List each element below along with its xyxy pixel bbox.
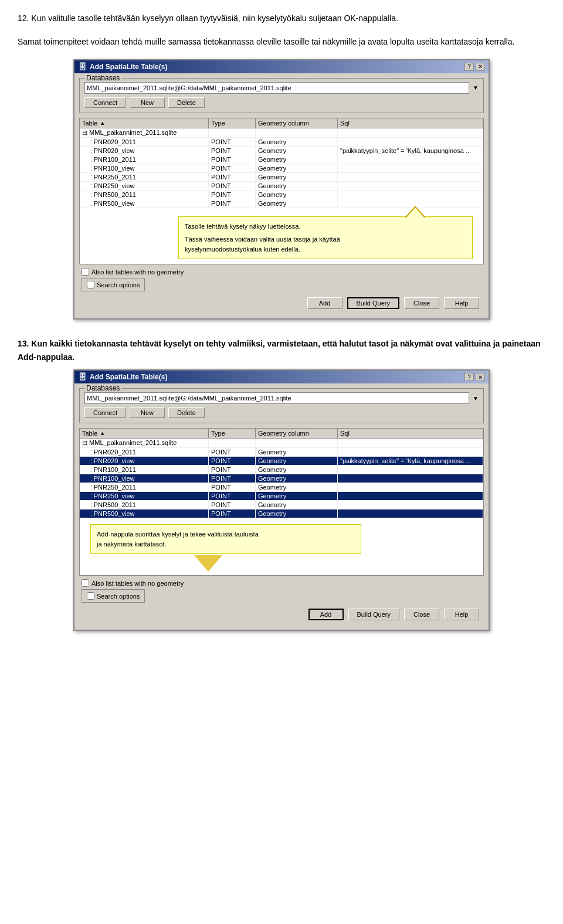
callout-arrow-down-2 — [84, 555, 479, 572]
sort-arrow-2: ▲ — [100, 430, 105, 436]
spatialite-icon-2: 🗄 — [78, 372, 86, 382]
db-dropdown-arrow-1: ▼ — [473, 84, 479, 91]
search-options-label-2: Search options — [97, 593, 140, 600]
sort-arrow-1: ▲ — [100, 120, 105, 126]
close-button-1[interactable]: Close — [404, 297, 439, 309]
table-row-root-2[interactable]: ⊟ MML_paikannimet_2011.sqlite — [80, 439, 483, 448]
databases-label-1: Databases — [84, 74, 121, 82]
callout-line2-2: ja näkymistä karttatasot. — [97, 539, 355, 549]
add-button-1[interactable]: Add — [307, 297, 342, 309]
new-button-1[interactable]: New — [130, 97, 165, 108]
no-geometry-row-1: Also list tables with no geometry — [82, 268, 484, 276]
col-sql-1: Sql — [338, 118, 483, 128]
dialog-2-help-btn[interactable]: ? — [464, 373, 474, 381]
db-row-2: ▼ — [84, 392, 479, 404]
search-options-group-1: Search options — [82, 278, 145, 291]
table-row-d2-6[interactable]: ⁚ PNR250_view POINT Geometry — [80, 492, 483, 501]
intro-paragraph-2: Samat toimenpiteet voidaan tehdä muille … — [18, 35, 545, 48]
callout-area-1: Tasolle tehtävä kysely näkyy luettelossa… — [80, 208, 483, 264]
databases-group-2: Databases ▼ Connect New Delete — [79, 388, 484, 423]
db-dropdown-arrow-2: ▼ — [473, 395, 479, 402]
search-options-checkbox-1[interactable] — [87, 281, 94, 288]
table-row-3[interactable]: ⁚ PNR100_2011 POINT Geometry — [80, 155, 483, 164]
table-body-1: ⊟ MML_paikannimet_2011.sqlite ⁚ PNR020_2… — [80, 128, 483, 264]
dialog-1-close-btn[interactable]: ✕ — [476, 63, 485, 71]
dialog-2-content: Databases ▼ Connect New Delete Table ▲ T… — [74, 383, 489, 630]
connect-button-1[interactable]: Connect — [84, 97, 126, 108]
table-row-d2-7[interactable]: ⁚ PNR500_2011 POINT Geometry — [80, 501, 483, 509]
no-geometry-row-2: Also list tables with no geometry — [82, 579, 484, 587]
section-13-title: 13. Kun kaikki tietokannasta tehtävät ky… — [18, 337, 545, 364]
callout-line1-1: Tasolle tehtävä kysely näkyy luettelossa… — [185, 222, 466, 232]
col-geometry-1: Geometry column — [256, 118, 338, 128]
col-type-2: Type — [209, 429, 256, 438]
callout-box-2: Add-nappula suorittaa kyselyt ja tekee v… — [90, 524, 361, 554]
no-geometry-label-2: Also list tables with no geometry — [91, 580, 184, 587]
help-button-1[interactable]: Help — [444, 297, 479, 309]
col-table-1: Table ▲ — [80, 118, 209, 128]
db-row-1: ▼ — [84, 82, 479, 94]
dialog-2-close-btn[interactable]: ✕ — [476, 373, 485, 381]
build-query-button-1[interactable]: Build Query — [347, 297, 399, 309]
col-type-1: Type — [209, 118, 256, 128]
dialog-1-footer: Add Build Query Close Help — [79, 295, 484, 314]
callout-line1-2: Add-nappula suorittaa kyselyt ja tekee v… — [97, 529, 355, 539]
table-row-4[interactable]: ⁚ PNR100_view POINT Geometry — [80, 164, 483, 173]
no-geometry-checkbox-2[interactable] — [82, 579, 89, 587]
connect-button-2[interactable]: Connect — [84, 407, 126, 418]
table-row-d2-8[interactable]: ⁚ PNR500_view POINT Geometry — [80, 509, 483, 518]
table-row-7[interactable]: ⁚ PNR500_2011 POINT Geometry — [80, 191, 483, 199]
table-row-2[interactable]: ⁚ PNR020_view POINT Geometry "paikkatyyp… — [80, 147, 483, 155]
dialog-2: 🗄 Add SpatiaLite Table(s) ? ✕ Databases … — [73, 369, 490, 631]
dialog-1: 🗄 Add SpatiaLite Table(s) ? ✕ Databases … — [73, 59, 490, 320]
table-row-1[interactable]: ⁚ PNR020_2011 POINT Geometry — [80, 138, 483, 147]
dialog-2-controls: ? ✕ — [464, 373, 485, 381]
dialog-2-footer: Add Build Query Close Help — [79, 606, 484, 625]
intro-paragraph-1: 12. Kun valitulle tasolle tehtävään kyse… — [18, 12, 545, 25]
new-button-2[interactable]: New — [130, 407, 165, 418]
table-row-d2-1[interactable]: ⁚ PNR020_2011 POINT Geometry — [80, 448, 483, 457]
db-dropdown-1[interactable] — [84, 82, 469, 94]
search-options-row-2: Search options — [82, 589, 484, 603]
callout-arrow-up-inner-1 — [406, 208, 425, 218]
close-button-2[interactable]: Close — [404, 609, 439, 620]
search-options-group-2: Search options — [82, 589, 145, 603]
dialog-2-titlebar: 🗄 Add SpatiaLite Table(s) ? ✕ — [74, 371, 489, 383]
build-query-button-2[interactable]: Build Query — [348, 609, 399, 620]
no-geometry-label-1: Also list tables with no geometry — [91, 269, 184, 276]
add-button-2[interactable]: Add — [308, 609, 344, 620]
table-row-d2-5[interactable]: ⁚ PNR250_2011 POINT Geometry — [80, 483, 483, 492]
table-row-d2-4[interactable]: ⁚ PNR100_view POINT Geometry — [80, 474, 483, 483]
dialog-1-title: 🗄 Add SpatiaLite Table(s) — [78, 62, 167, 72]
options-row-1: Also list tables with no geometry Search… — [79, 268, 484, 291]
col-table-2: Table ▲ — [80, 429, 209, 438]
table-row-d2-3[interactable]: ⁚ PNR100_2011 POINT Geometry — [80, 466, 483, 474]
delete-button-2[interactable]: Delete — [168, 407, 205, 418]
table-row-d2-2[interactable]: ⁚ PNR020_view POINT Geometry "paikkatyyp… — [80, 457, 483, 466]
db-buttons-2: Connect New Delete — [84, 407, 479, 418]
no-geometry-checkbox-1[interactable] — [82, 268, 89, 276]
table-header-2: Table ▲ Type Geometry column Sql — [80, 429, 483, 439]
databases-label-2: Databases — [84, 384, 121, 392]
tree-root-2: ⊟ MML_paikannimet_2011.sqlite — [80, 439, 209, 447]
col-geometry-2: Geometry column — [256, 429, 338, 438]
help-button-2[interactable]: Help — [444, 609, 479, 620]
table-row-5[interactable]: ⁚ PNR250_2011 POINT Geometry — [80, 173, 483, 182]
search-options-row-1: Search options — [82, 278, 484, 291]
callout-box-1: Tasolle tehtävä kysely näkyy luettelossa… — [178, 216, 473, 260]
search-options-label-1: Search options — [97, 281, 140, 288]
callout-area-2: Add-nappula suorittaa kyselyt ja tekee v… — [80, 518, 483, 575]
dialog-1-titlebar: 🗄 Add SpatiaLite Table(s) ? ✕ — [74, 60, 489, 73]
search-options-checkbox-2[interactable] — [87, 592, 94, 600]
dialog-1-help-btn[interactable]: ? — [464, 63, 474, 71]
col-sql-2: Sql — [338, 429, 483, 438]
db-dropdown-2[interactable] — [84, 392, 469, 404]
triangle-down-2 — [194, 555, 222, 572]
table-row-6[interactable]: ⁚ PNR250_view POINT Geometry — [80, 182, 483, 191]
spatialite-icon-1: 🗄 — [78, 62, 86, 72]
table-row-root-1[interactable]: ⊟ MML_paikannimet_2011.sqlite — [80, 128, 483, 138]
callout-line2-1: Tässä vaiheessa voidaan valita uusia tas… — [185, 235, 466, 244]
dialog-1-controls: ? ✕ — [464, 63, 485, 71]
dialog-1-content: Databases ▼ Connect New Delete Table ▲ T… — [74, 73, 489, 319]
delete-button-1[interactable]: Delete — [168, 97, 205, 108]
